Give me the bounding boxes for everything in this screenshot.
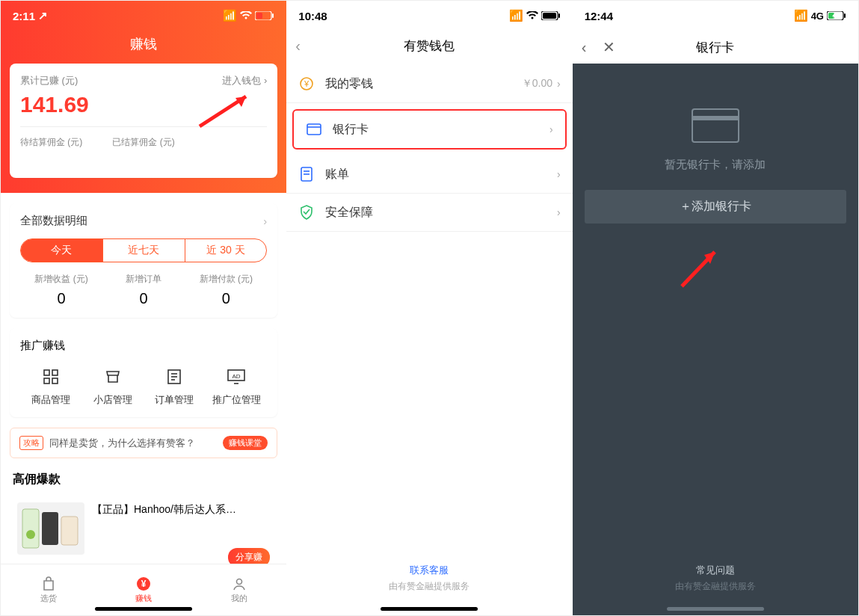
ad-icon: AD	[226, 366, 247, 387]
product-title: 【正品】Hanhoo/韩后达人系…	[92, 502, 236, 517]
location-icon: ↗	[38, 9, 48, 22]
footer-sub: 由有赞金融提供服务	[286, 580, 572, 593]
promo-item-adslot[interactable]: AD 推广位管理	[206, 366, 268, 407]
balance-value: ￥0.00	[522, 77, 552, 90]
chevron-right-icon[interactable]: ›	[263, 215, 267, 227]
tip-card[interactable]: 攻略 同样是卖货，为什么选择有赞客？ 赚钱课堂	[10, 428, 277, 458]
tip-button[interactable]: 赚钱课堂	[223, 436, 268, 450]
metric-label: 新增付款 (元)	[185, 273, 267, 286]
battery-icon	[827, 11, 846, 20]
enter-wallet-link[interactable]: 进入钱包 ›	[222, 74, 267, 87]
bill-item[interactable]: 账单 ›	[286, 155, 572, 194]
chevron-right-icon: ›	[557, 206, 561, 218]
hot-section-title: 高佣爆款	[13, 472, 274, 487]
svg-rect-25	[543, 13, 556, 19]
time-segment[interactable]: 今天 近七天 近 30 天	[20, 238, 267, 262]
chevron-right-icon: ›	[549, 123, 553, 135]
coin-icon: ¥	[298, 76, 315, 92]
close-icon[interactable]: ✕	[603, 38, 615, 56]
signal-icon: 📶	[509, 9, 523, 22]
empty-text: 暂无银行卡，请添加	[580, 158, 851, 172]
back-icon[interactable]: ‹	[295, 37, 301, 55]
yen-icon: ¥	[136, 576, 151, 591]
shield-icon	[298, 204, 315, 221]
network-label: 4G	[811, 10, 824, 22]
seg-today[interactable]: 今天	[21, 239, 102, 262]
promo-card: 推广赚钱 商品管理 小店管理 订单管理 AD 推广位管理	[10, 328, 277, 417]
bill-icon	[298, 166, 315, 182]
status-time: 12:44	[585, 10, 613, 22]
promo-item-goods[interactable]: 商品管理	[20, 366, 82, 407]
svg-text:AD: AD	[232, 373, 240, 380]
annotation-arrow-icon	[676, 240, 728, 292]
promo-item-shop[interactable]: 小店管理	[82, 366, 144, 407]
contact-link[interactable]: 联系客服	[286, 564, 572, 577]
wifi-icon	[526, 11, 538, 20]
signal-icon: 📶	[794, 9, 808, 22]
home-indicator	[381, 607, 478, 611]
seg-7d[interactable]: 近七天	[102, 239, 185, 262]
svg-text:¥: ¥	[141, 579, 147, 589]
tab-mine[interactable]: 我的	[191, 564, 286, 615]
promo-item-order[interactable]: 订单管理	[144, 366, 206, 407]
promo-title: 推广赚钱	[20, 339, 267, 353]
battery-icon	[255, 11, 274, 20]
detail-card: 全部数据明细 › 今天 近七天 近 30 天 新增收益 (元)0 新增订单0 新…	[10, 203, 277, 318]
settled-label: 已结算佣金 (元)	[112, 136, 174, 149]
tab-pick[interactable]: 选货	[1, 564, 96, 615]
footer: 常见问题 由有赞金融提供服务	[573, 564, 858, 593]
svg-marker-37	[704, 252, 715, 264]
svg-rect-4	[52, 370, 58, 375]
svg-rect-3	[44, 370, 49, 375]
status-bar: 2:11↗ 📶	[1, 1, 286, 31]
nav-bar: ‹ 有赞钱包	[286, 31, 572, 61]
svg-rect-5	[44, 378, 49, 384]
battery-icon	[541, 11, 561, 20]
bank-card-item[interactable]: 银行卡 ›	[292, 109, 566, 150]
back-icon[interactable]: ‹	[582, 39, 587, 56]
svg-rect-24	[558, 13, 560, 18]
metric-value: 0	[102, 290, 185, 307]
settled-value: 38.62	[112, 150, 174, 167]
nav-title: 有赞钱包	[404, 37, 455, 55]
shop-icon	[102, 366, 123, 387]
earnings-card: 累计已赚 (元) 进入钱包 › 141.69 待结算佣金 (元) 103.07 …	[10, 64, 277, 178]
metric-value: 0	[20, 290, 102, 307]
wallet-balance-item[interactable]: ¥ 我的零钱 ￥0.00›	[286, 65, 572, 103]
product-card[interactable]: 【正品】Hanhoo/韩后达人系… 分享赚	[10, 495, 277, 562]
svg-line-36	[682, 252, 715, 286]
nav-title: 银行卡	[696, 39, 734, 56]
tip-text: 同样是卖货，为什么选择有赞客？	[49, 437, 217, 450]
product-thumb-icon	[17, 502, 84, 555]
home-indicator	[95, 607, 192, 611]
earn-label: 累计已赚 (元)	[20, 74, 78, 87]
svg-rect-2	[256, 13, 262, 19]
card-icon	[306, 121, 322, 138]
total-earn-value: 141.69	[20, 92, 267, 117]
chevron-right-icon: ›	[557, 168, 561, 180]
page-title: 赚钱	[1, 31, 286, 64]
pending-value: 103.07	[20, 150, 82, 167]
bag-icon	[41, 576, 56, 591]
tip-badge: 攻略	[19, 436, 43, 450]
status-time: 2:11	[13, 10, 35, 22]
home-indicator	[667, 607, 764, 611]
svg-rect-14	[22, 509, 39, 548]
svg-rect-28	[307, 124, 321, 135]
footer-sub: 由有赞金融提供服务	[573, 580, 858, 593]
chevron-right-icon: ›	[557, 78, 561, 90]
security-item[interactable]: 安全保障 ›	[286, 194, 572, 232]
metric-label: 新增收益 (元)	[20, 273, 102, 286]
svg-rect-34	[844, 13, 846, 18]
seg-30d[interactable]: 近 30 天	[185, 239, 267, 262]
wifi-icon	[240, 11, 252, 20]
signal-icon: 📶	[223, 9, 237, 22]
list-icon	[164, 366, 185, 387]
svg-rect-16	[61, 517, 78, 545]
user-icon	[232, 576, 247, 591]
metric-value: 0	[185, 290, 267, 307]
faq-link[interactable]: 常见问题	[573, 564, 858, 577]
nav-bar: ‹ ✕ 银行卡	[573, 31, 858, 64]
add-bank-card-button[interactable]: ＋添加银行卡	[585, 190, 846, 224]
svg-rect-6	[52, 378, 58, 384]
